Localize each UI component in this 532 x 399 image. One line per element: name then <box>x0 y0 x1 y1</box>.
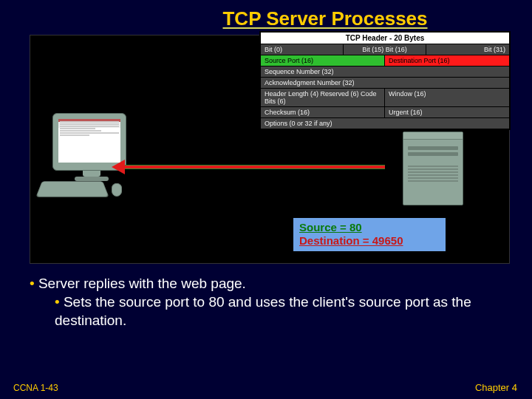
bullet-list: Server replies with the web page. Sets t… <box>0 264 532 330</box>
server-tower <box>403 132 463 205</box>
mouse <box>112 183 122 197</box>
hlen-field: Header Length (4) Reserved (6) Code Bits… <box>261 89 385 106</box>
footer-left: CCNA 1-43 <box>13 383 58 393</box>
browser-window <box>58 119 120 163</box>
port-info-box: Source = 80 Destination = 49650 <box>292 216 447 253</box>
ports-row: Source Port (16) Destination Port (16) <box>261 55 509 66</box>
slide-title: TCP Server Processes <box>0 0 532 35</box>
source-port-field: Source Port (16) <box>261 55 385 66</box>
bullet-1: Server replies with the web page. <box>30 274 502 293</box>
source-port-label: Source = 80 <box>299 221 440 235</box>
footer-right: Chapter 4 <box>475 382 517 393</box>
dest-port-label: Destination = 49650 <box>299 234 440 248</box>
arrow-head-icon <box>112 160 125 174</box>
bullet-2: Sets the source port to 80 and uses the … <box>55 293 502 330</box>
bit-31: Bit (31) <box>426 44 509 55</box>
bit-0: Bit (0) <box>261 44 344 55</box>
window-field: Window (16) <box>385 89 509 106</box>
bit-15-16: Bit (15) Bit (16) <box>344 44 426 55</box>
response-arrow <box>112 163 385 171</box>
bits-row: Bit (0) Bit (15) Bit (16) Bit (31) <box>261 44 509 55</box>
diagram-area: TCP Header - 20 Bytes Bit (0) Bit (15) B… <box>30 35 510 264</box>
checksum-field: Checksum (16) <box>261 107 385 117</box>
dest-port-field: Destination Port (16) <box>385 55 509 66</box>
keyboard <box>35 181 109 197</box>
urgent-field: Urgent (16) <box>385 107 509 117</box>
options-field: Options (0 or 32 if any) <box>261 118 509 129</box>
seq-field: Sequence Number (32) <box>261 66 509 77</box>
ack-field: Acknowledgment Number (32) <box>261 78 509 88</box>
tcp-header-title: TCP Header - 20 Bytes <box>261 33 509 44</box>
tcp-header-table: TCP Header - 20 Bytes Bit (0) Bit (15) B… <box>259 31 511 130</box>
